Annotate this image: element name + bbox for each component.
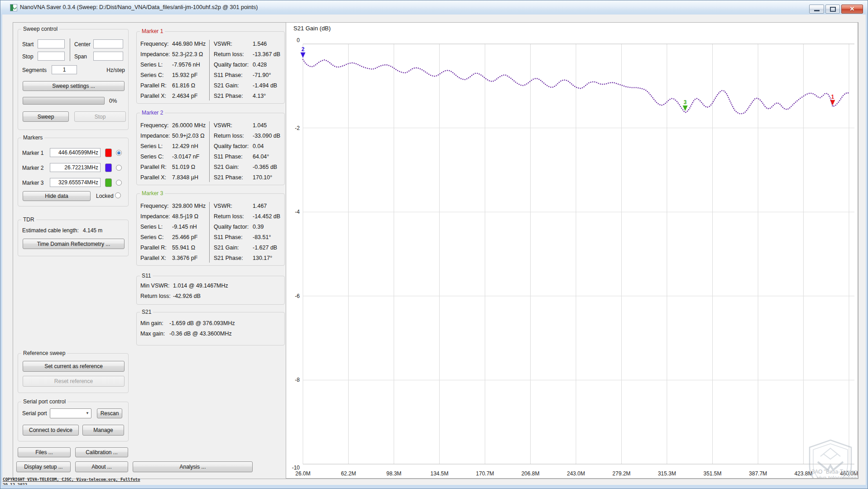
marker-2-select-radio[interactable]: [116, 165, 122, 171]
marker-2-frequency-input[interactable]: [50, 163, 101, 172]
close-button[interactable]: ✕: [841, 5, 863, 14]
field-value: 170.10°: [253, 174, 272, 181]
about-button[interactable]: About ...: [75, 461, 128, 472]
locked-radio[interactable]: [115, 192, 121, 198]
field-value: 3.3676 pF: [172, 255, 197, 261]
serial-port-select[interactable]: ▼: [50, 408, 91, 418]
chart-plot-area[interactable]: 26.0M62.2M98.3M134.5M170.7M206.8M243.0M2…: [286, 23, 858, 478]
chart-title: S21 Gain (dB): [293, 25, 331, 32]
copyright-line2: 29.12.2022: [3, 482, 140, 485]
watermark-company: ЗАО "Виза-Телеком": [811, 469, 858, 475]
copyright-line1: COPYRIGHT VIVA-TELECOM, CJSC, Viva-telec…: [3, 477, 140, 482]
x-tick-label: 206.8M: [521, 470, 539, 477]
s11-row: Min VSWR:1.014 @ 49.1467MHz: [140, 283, 228, 289]
marker-triangle-icon: [301, 53, 306, 58]
s21-title: S21: [140, 309, 153, 316]
span-input[interactable]: [93, 52, 123, 61]
display-setup-button[interactable]: Display setup ...: [16, 461, 71, 472]
minimize-button[interactable]: [809, 5, 824, 14]
field-value: 52.3-j22.3 Ω: [172, 51, 203, 58]
manage-button[interactable]: Manage: [82, 425, 124, 436]
center-input[interactable]: [93, 39, 123, 48]
field-value: -71.90°: [253, 72, 271, 78]
files-button[interactable]: Files ...: [18, 447, 71, 457]
set-reference-button[interactable]: Set current as reference: [23, 361, 125, 372]
field-label: Return loss:: [214, 51, 244, 58]
y-tick-label: -10: [292, 465, 300, 471]
s11-row: Return loss:-42.926 dB: [140, 293, 201, 299]
field-value: 15.932 pF: [172, 72, 197, 78]
analysis-button[interactable]: Analysis ...: [133, 461, 253, 472]
stop-button[interactable]: Stop: [74, 111, 126, 122]
segments-input[interactable]: [52, 65, 77, 74]
reference-sweep-group: Reference sweep Set current as reference…: [18, 353, 129, 393]
connect-device-button[interactable]: Connect to device: [23, 425, 79, 436]
panel-divider: [209, 202, 210, 263]
marker-3-label: Marker 3: [22, 180, 43, 186]
field-value: -7.9576 nH: [172, 62, 200, 68]
maximize-button[interactable]: [825, 5, 840, 14]
x-tick-label: 170.7M: [476, 470, 494, 477]
marker-1-frequency-input[interactable]: [50, 148, 101, 157]
marker-3-frequency-input[interactable]: [50, 178, 101, 187]
app-icon: [10, 4, 17, 11]
field-value: -1.494 dB: [253, 82, 277, 89]
field-label: S21 Gain:: [214, 244, 239, 251]
field-value: 1.467: [253, 203, 267, 209]
field-value: 26.0000 MHz: [172, 122, 206, 129]
field-value: -0.365 dB: [253, 164, 277, 170]
field-value: 4.13°: [253, 93, 266, 99]
title-bar[interactable]: NanoVNA Saver 0.3.4 (Sweep: D:/Dist/Nano…: [0, 0, 868, 14]
panel-divider: [209, 121, 210, 182]
marker-1-color-swatch[interactable]: [105, 149, 112, 157]
field-value: 446.980 MHz: [172, 41, 206, 47]
field-label: Quality factor:: [214, 62, 249, 68]
field-label: Series C:: [140, 234, 163, 240]
field-value: 329.800 MHz: [172, 203, 206, 209]
rescan-button[interactable]: Rescan: [97, 408, 122, 418]
copyright-watermark: COPYRIGHT VIVA-TELECOM, CJSC, Viva-telec…: [3, 477, 140, 485]
marker-triangle-icon: [830, 100, 835, 105]
center-label: Center: [74, 41, 91, 48]
field-label: VSWR:: [214, 122, 232, 129]
marker-1-data-title: Marker 1: [140, 28, 165, 35]
marker-3-select-radio[interactable]: [116, 180, 122, 186]
field-label: Frequency:: [140, 203, 169, 209]
field-label: Parallel R:: [140, 244, 167, 251]
field-value: 7.8348 µH: [172, 174, 198, 181]
calibration-button[interactable]: Calibration ...: [75, 447, 128, 457]
field-value: 1.546: [253, 41, 267, 47]
s21-gain-chart[interactable]: S21 Gain (dB) 26.0M62.2M98.3M134.5M170.7…: [286, 22, 858, 479]
locked-label: Locked: [96, 193, 114, 199]
marker-3-color-swatch[interactable]: [105, 178, 112, 187]
hide-data-button[interactable]: Hide data: [23, 191, 91, 201]
field-value: 51.019 Ω: [172, 164, 195, 170]
serial-port-title: Serial port control: [21, 398, 67, 405]
field-value: 61.816 Ω: [172, 82, 195, 89]
serial-port-group: Serial port control Serial port ▼ Rescan…: [18, 402, 129, 441]
sweep-button[interactable]: Sweep: [23, 111, 69, 122]
marker-2-color-swatch[interactable]: [105, 163, 112, 172]
field-label: Frequency:: [140, 122, 169, 129]
stop-input[interactable]: [38, 52, 65, 61]
marker-2-data-panel: Marker 2Frequency:26.0000 MHzVSWR:1.045I…: [136, 113, 285, 185]
sweep-settings-button[interactable]: Sweep settings ...: [23, 81, 125, 91]
marker-number-label: 1: [831, 94, 834, 100]
marker-1-select-radio[interactable]: [116, 150, 122, 156]
field-label: Series C:: [140, 153, 163, 160]
x-tick-label: 26.0M: [295, 470, 310, 477]
field-value: -13.367 dB: [253, 51, 280, 58]
field-value: 1.045: [253, 122, 267, 129]
field-value: 2.4634 pF: [172, 93, 197, 99]
progress-value: 0%: [109, 98, 117, 104]
main-content: Sweep control Start Center Stop Span Seg…: [2, 14, 866, 485]
marker-3-data-title: Marker 3: [140, 190, 165, 197]
field-label: Impedance:: [140, 213, 170, 220]
markers-group: Markers Hide data Locked Marker 1Marker …: [18, 138, 129, 206]
field-value: 64.04°: [253, 153, 269, 160]
field-label: Return loss:: [214, 213, 244, 220]
tdr-button[interactable]: Time Domain Reflectometry ...: [23, 239, 125, 249]
start-input[interactable]: [38, 39, 65, 48]
field-value: 0.04: [253, 143, 264, 149]
reset-reference-button[interactable]: Reset reference: [23, 376, 125, 387]
